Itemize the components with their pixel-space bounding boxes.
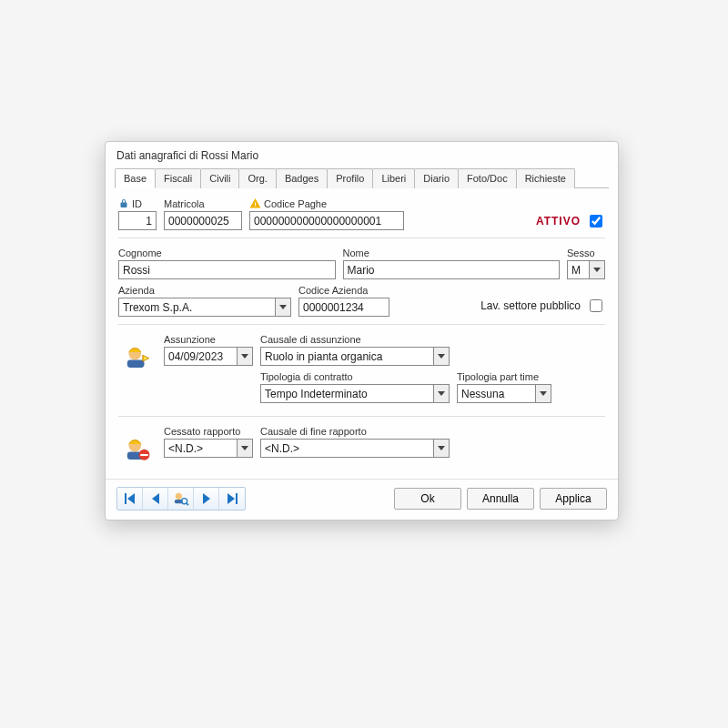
tipologia-contratto-dropdown-button[interactable]: [433, 384, 450, 403]
ok-button[interactable]: Ok: [394, 488, 461, 510]
tab-richieste[interactable]: Richieste: [516, 168, 575, 188]
codice-azienda-field[interactable]: [298, 298, 389, 317]
tipologia-contratto-field[interactable]: [260, 384, 433, 403]
settore-pubblico-checkbox[interactable]: [590, 299, 602, 312]
azienda-label: Azienda: [118, 285, 291, 296]
chevron-down-icon: [540, 391, 547, 396]
tab-profilo[interactable]: Profilo: [327, 168, 373, 188]
nome-label: Nome: [343, 248, 561, 258]
svg-rect-7: [140, 454, 148, 456]
tab-base[interactable]: Base: [115, 168, 156, 188]
tab-fotodoc[interactable]: Foto/Doc: [458, 168, 517, 188]
chevron-down-icon: [241, 446, 248, 450]
sesso-label: Sesso: [567, 248, 605, 258]
status-label: ATTIVO: [536, 215, 581, 228]
cessato-field[interactable]: [164, 439, 237, 458]
tipologia-parttime-dropdown-button[interactable]: [535, 384, 551, 403]
nav-first-button[interactable]: [117, 488, 143, 510]
nome-field[interactable]: [343, 260, 561, 279]
codice-azienda-label: Codice Azienda: [298, 285, 389, 296]
chevron-down-icon: [438, 391, 445, 396]
cancel-button[interactable]: Annulla: [467, 488, 534, 510]
lock-icon: [118, 198, 129, 209]
svg-marker-9: [127, 493, 135, 504]
svg-marker-10: [152, 493, 159, 504]
id-label: ID: [118, 198, 157, 209]
tab-org[interactable]: Org.: [238, 168, 276, 188]
tab-civili[interactable]: Civili: [200, 168, 239, 188]
sesso-dropdown-button[interactable]: [589, 260, 605, 279]
tab-bar: Base Fiscali Civili Org. Badges Profilo …: [115, 167, 609, 188]
dialog-button-bar: Ok Annulla Applica: [106, 479, 618, 520]
causale-fine-field[interactable]: [260, 439, 433, 458]
dialog-title: Dati anagrafici di Rossi Mario: [106, 142, 618, 166]
svg-rect-17: [236, 493, 238, 504]
causale-assunzione-label: Causale di assunzione: [260, 334, 450, 345]
tipologia-parttime-field[interactable]: [457, 384, 535, 403]
next-icon: [201, 493, 212, 504]
chevron-down-icon: [438, 354, 445, 359]
nav-search-button[interactable]: [168, 488, 194, 510]
prev-icon: [150, 493, 161, 504]
svg-point-11: [175, 493, 181, 500]
assunzione-field[interactable]: [164, 347, 237, 366]
record-nav-group: [116, 487, 246, 511]
cessato-date-button[interactable]: [237, 439, 253, 458]
status-checkbox[interactable]: [590, 215, 602, 228]
apply-button[interactable]: Applica: [540, 488, 607, 510]
chevron-down-icon: [438, 446, 445, 450]
codice-paghe-field[interactable]: [249, 211, 404, 230]
causale-assunzione-dropdown-button[interactable]: [433, 347, 450, 366]
svg-rect-8: [125, 493, 126, 504]
assunzione-label: Assunzione: [164, 334, 253, 345]
nav-next-button[interactable]: [194, 488, 219, 510]
settore-pubblico-label: Lav. settore pubblico: [480, 299, 581, 312]
causale-fine-dropdown-button[interactable]: [433, 439, 450, 458]
codice-paghe-label: Codice Paghe: [249, 197, 404, 209]
last-icon: [226, 493, 238, 504]
chevron-down-icon: [241, 354, 248, 359]
nav-last-button[interactable]: [219, 488, 245, 510]
svg-line-14: [186, 503, 187, 505]
tab-badges[interactable]: Badges: [276, 168, 328, 188]
assunzione-date-button[interactable]: [237, 347, 253, 366]
matricola-label: Matricola: [164, 198, 242, 209]
chevron-down-icon: [593, 268, 601, 272]
tab-fiscali[interactable]: Fiscali: [155, 168, 201, 188]
svg-marker-15: [203, 493, 210, 504]
causale-assunzione-field[interactable]: [260, 347, 433, 366]
first-icon: [124, 493, 136, 504]
azienda-dropdown-button[interactable]: [275, 298, 291, 317]
tipologia-parttime-label: Tipologia part time: [457, 371, 551, 382]
svg-marker-16: [228, 493, 235, 504]
worker-hired-icon: [121, 341, 152, 372]
matricola-field[interactable]: [164, 211, 242, 230]
search-user-icon: [173, 491, 189, 506]
warning-icon: [249, 197, 261, 209]
tipologia-contratto-label: Tipologia di contratto: [260, 371, 450, 382]
svg-rect-1: [127, 359, 145, 368]
causale-fine-label: Causale di fine rapporto: [260, 426, 450, 437]
azienda-field[interactable]: [118, 298, 275, 317]
cessato-label: Cessato rapporto: [164, 426, 253, 437]
tab-liberi[interactable]: Liberi: [372, 168, 415, 188]
tab-diario[interactable]: Diario: [414, 168, 459, 188]
tab-content: ID Matricola Codice Paghe ATTIVO: [106, 188, 618, 475]
cognome-field[interactable]: [118, 260, 336, 279]
employee-dialog: Dati anagrafici di Rossi Mario Base Fisc…: [105, 141, 619, 521]
sesso-field[interactable]: [567, 260, 589, 279]
id-field: [118, 211, 157, 230]
chevron-down-icon: [279, 305, 287, 309]
cognome-label: Cognome: [118, 248, 336, 258]
nav-prev-button[interactable]: [143, 488, 168, 510]
worker-terminated-icon: [121, 433, 152, 464]
